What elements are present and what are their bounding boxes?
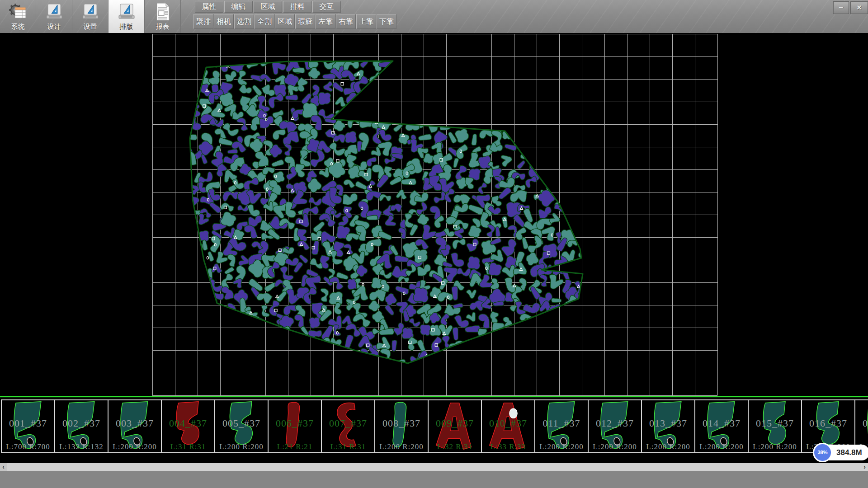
part-name: 016_#37 bbox=[802, 418, 854, 429]
part-lr-count: L:200 R:200 bbox=[535, 442, 588, 451]
horizontal-scrollbar[interactable]: ‹ › bbox=[0, 463, 868, 471]
progress-circle: 38% bbox=[813, 443, 832, 462]
part-name: 012_#37 bbox=[589, 418, 641, 429]
filmstrip-separator-thin bbox=[0, 398, 868, 398]
part-lr-count: L:31 R:31 bbox=[322, 442, 374, 451]
application-window: 系统设计设置排版报表 属性编辑区域排料交互 聚排相机选割全割区域瑕疵左靠右靠上靠… bbox=[0, 0, 868, 488]
settings-icon bbox=[80, 1, 100, 22]
window-controls: − × bbox=[833, 1, 868, 14]
tool-button[interactable]: 下靠 bbox=[377, 14, 396, 29]
toolbar-button-report[interactable]: 报表 bbox=[145, 0, 181, 33]
report-icon bbox=[153, 1, 173, 22]
filmstrip-item[interactable]: 008_#37L:200 R:200 bbox=[375, 399, 429, 453]
part-lr-count: L:200 R:200 bbox=[749, 442, 801, 451]
design-icon bbox=[44, 1, 64, 22]
menu-tab[interactable]: 编辑 bbox=[224, 1, 253, 13]
filmstrip-separator bbox=[0, 396, 868, 397]
layout-icon bbox=[117, 1, 137, 22]
tool-button-row: 聚排相机选割全割区域瑕疵左靠右靠上靠下靠 bbox=[193, 14, 397, 29]
part-lr-count: L:200 R:200 bbox=[642, 442, 694, 451]
filmstrip-item[interactable]: 009_#37L:32 R:31 bbox=[429, 399, 482, 453]
part-lr-count: L:21 R:21 bbox=[269, 442, 321, 451]
tool-button[interactable]: 左靠 bbox=[316, 14, 335, 29]
part-lr-count: L:200 R:200 bbox=[215, 442, 268, 451]
filmstrip-item[interactable]: 010_#37L:33 R:33 bbox=[482, 399, 535, 453]
menu-tab[interactable]: 属性 bbox=[195, 1, 223, 13]
part-name: 011_#37 bbox=[535, 418, 588, 429]
filmstrip-item[interactable]: 002_#37L:132 R:132 bbox=[55, 399, 108, 453]
tool-button[interactable]: 全割 bbox=[255, 14, 274, 29]
menu-tab-row: 属性编辑区域排料交互 bbox=[195, 1, 342, 13]
tool-button[interactable]: 聚排 bbox=[193, 14, 213, 29]
part-name: 010_#37 bbox=[482, 418, 534, 429]
filmstrip-item[interactable]: 001_#37L:700 R:700 bbox=[1, 399, 55, 453]
tool-button[interactable]: 区域 bbox=[275, 14, 295, 29]
part-name: 008_#37 bbox=[375, 418, 428, 429]
toolbar-button-system-gear[interactable]: 系统 bbox=[0, 0, 36, 33]
titlebar: 系统设计设置排版报表 属性编辑区域排料交互 聚排相机选割全割区域瑕疵左靠右靠上靠… bbox=[0, 0, 868, 33]
toolbar-button-layout[interactable]: 排版 bbox=[108, 0, 145, 33]
part-lr-count: L:32 R:31 bbox=[429, 442, 481, 451]
filmstrip-item[interactable]: 007_#37L:31 R:31 bbox=[322, 399, 375, 453]
scroll-left-button[interactable]: ‹ bbox=[0, 463, 7, 471]
part-lr-count: L:200 R:200 bbox=[375, 442, 428, 451]
tool-button[interactable]: 相机 bbox=[214, 14, 234, 29]
filmstrip-cells: 001_#37L:700 R:700002_#37L:132 R:132003_… bbox=[0, 399, 868, 453]
part-name: 015_#37 bbox=[749, 418, 801, 429]
part-lr-count: L:132 R:132 bbox=[55, 442, 108, 451]
part-name: 014_#37 bbox=[695, 418, 748, 429]
filmstrip-item[interactable]: 014_#37L:200 R:200 bbox=[695, 399, 749, 453]
part-lr-count: L:33 R:33 bbox=[482, 442, 534, 451]
part-lr-count: L:700 R:700 bbox=[2, 442, 54, 451]
toolbar-button-label: 排版 bbox=[120, 23, 133, 31]
filmstrip-item[interactable]: 006_#37L:21 R:21 bbox=[269, 399, 322, 453]
part-name: 007_#37 bbox=[322, 418, 374, 429]
part-lr-count: L:200 R:200 bbox=[108, 442, 161, 451]
main-toolbar: 系统设计设置排版报表 bbox=[0, 0, 181, 33]
status-badge: 38% 384.8M bbox=[816, 445, 868, 460]
close-button[interactable]: × bbox=[850, 1, 868, 14]
tool-button[interactable]: 上靠 bbox=[356, 14, 376, 29]
filmstrip-item[interactable]: 013_#37L:200 R:200 bbox=[642, 399, 695, 453]
part-lr-count: L:200 R:200 bbox=[695, 442, 748, 451]
part-name: 009_#37 bbox=[429, 418, 481, 429]
filmstrip-item[interactable]: 015_#37L:200 R:200 bbox=[749, 399, 802, 453]
toolbar-button-label: 设置 bbox=[84, 23, 97, 31]
toolbar-button-label: 设计 bbox=[47, 23, 61, 31]
toolbar-button-label: 报表 bbox=[156, 23, 170, 31]
filmstrip-item[interactable]: 003_#37L:200 R:200 bbox=[108, 399, 162, 453]
part-name: 003_#37 bbox=[108, 418, 161, 429]
system-gear-icon bbox=[8, 1, 28, 22]
part-name: 006_#37 bbox=[269, 418, 321, 429]
menu-tab[interactable]: 交互 bbox=[312, 1, 341, 13]
filmstrip-item[interactable]: 004_#37L:31 R:31 bbox=[162, 399, 215, 453]
part-name: 002_#37 bbox=[55, 418, 108, 429]
filmstrip-item[interactable]: 011_#37L:200 R:200 bbox=[535, 399, 589, 453]
parts-filmstrip: 001_#37L:700 R:700002_#37L:132 R:132003_… bbox=[0, 396, 868, 463]
part-name: 017_#37 bbox=[855, 418, 868, 429]
part-lr-count: L:200 R:200 bbox=[589, 442, 641, 451]
part-name: 005_#37 bbox=[215, 418, 268, 429]
toolbar-button-label: 系统 bbox=[11, 23, 25, 31]
minimize-button[interactable]: − bbox=[833, 1, 849, 14]
bottom-panel bbox=[0, 471, 868, 488]
tool-button[interactable]: 选割 bbox=[234, 14, 254, 29]
nesting-canvas[interactable] bbox=[0, 33, 868, 396]
nested-pieces bbox=[182, 52, 591, 369]
menu-tab[interactable]: 排料 bbox=[283, 1, 311, 13]
filmstrip-item[interactable]: 005_#37L:200 R:200 bbox=[215, 399, 269, 453]
tool-button[interactable]: 右靠 bbox=[336, 14, 356, 29]
part-name: 004_#37 bbox=[162, 418, 214, 429]
part-lr-count: L:31 R:31 bbox=[162, 442, 214, 451]
part-name: 001_#37 bbox=[2, 418, 54, 429]
filmstrip-item[interactable]: 012_#37L:200 R:200 bbox=[589, 399, 642, 453]
memory-usage-label: 384.8M bbox=[836, 448, 862, 457]
scroll-right-button[interactable]: › bbox=[861, 463, 868, 471]
toolbar-button-settings[interactable]: 设置 bbox=[72, 0, 108, 33]
part-name: 013_#37 bbox=[642, 418, 694, 429]
menu-tab[interactable]: 区域 bbox=[254, 1, 282, 13]
toolbar-button-design[interactable]: 设计 bbox=[36, 0, 72, 33]
tool-button[interactable]: 瑕疵 bbox=[295, 14, 315, 29]
nesting-canvas-area[interactable] bbox=[0, 33, 868, 396]
